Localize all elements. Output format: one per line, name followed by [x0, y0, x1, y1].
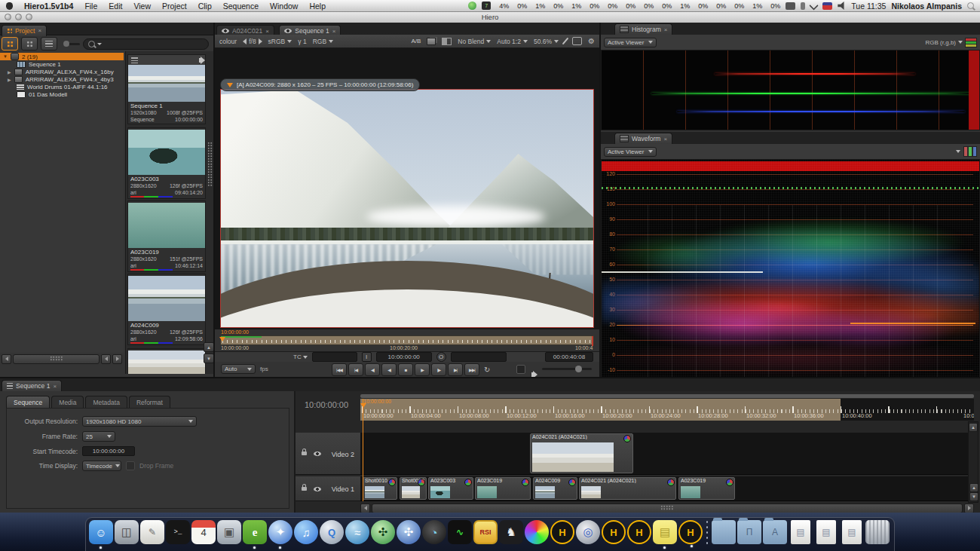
soft-effect-wheel-icon[interactable] [726, 479, 733, 486]
tab-histogram[interactable]: Histogram × [614, 23, 672, 35]
lock-icon[interactable] [302, 487, 307, 491]
scrollbar-handle[interactable] [13, 354, 100, 364]
dock-icon-activity-monitor[interactable]: ∿ [448, 520, 472, 544]
mute-checkbox[interactable] [516, 365, 525, 374]
poster-frame-icon[interactable] [131, 57, 138, 63]
cpu-stat[interactable]: 0% [659, 2, 672, 10]
expand-arrow-icon[interactable]: ▶ [8, 69, 11, 75]
cpu-stat[interactable]: 0% [550, 2, 563, 10]
dock-icon-safari[interactable]: ✦ [268, 520, 292, 544]
menu-clip[interactable]: Clip [198, 2, 212, 11]
cpu-stat[interactable]: 1% [568, 2, 581, 10]
set-out-button[interactable]: O [436, 352, 446, 362]
cpu-stat[interactable]: 1% [677, 2, 690, 10]
dock-icon-hiero-player[interactable]: H [627, 520, 651, 544]
tree-horizontal-scrollbar[interactable] [2, 354, 122, 363]
soft-effect-wheel-icon[interactable] [623, 435, 631, 442]
clip-thumbnail-image[interactable] [128, 276, 205, 321]
timeline-clip-a024c009[interactable]: A024C009 [533, 477, 577, 500]
expand-arrow-icon[interactable]: ▶ [8, 77, 11, 82]
timeline-view-range-bar[interactable] [360, 394, 974, 398]
menu-edit[interactable]: Edit [109, 2, 122, 11]
dock-icon-davinci-resolve[interactable] [525, 520, 549, 544]
dock-icon-folder-library[interactable]: Π [737, 520, 761, 544]
scroll-up-button[interactable]: ▲ [969, 423, 978, 432]
cpu-stat[interactable]: 0% [767, 2, 780, 10]
waveform-source-dropdown[interactable]: Active Viewer [604, 147, 657, 157]
scroll-left-button[interactable] [2, 354, 11, 364]
dock-icon-disk-utility[interactable]: ◫ [115, 520, 139, 544]
tree-row-bin-4by3[interactable]: ▶ ARRIRAW_ALEXA_FW4.x_4by3 [0, 75, 124, 83]
timeline-horizontal-scrollbar[interactable] [360, 504, 974, 513]
dock-icon-rsi-guard[interactable]: RSI [473, 520, 498, 544]
volume-slider[interactable] [542, 368, 592, 370]
tree-row-project-root[interactable]: ▼ 2 (19) [0, 53, 124, 60]
channel-layers-icon[interactable] [965, 38, 977, 47]
soft-effect-wheel-icon[interactable] [388, 479, 396, 486]
scroll-left-button-2[interactable] [101, 354, 111, 364]
channel-selector[interactable]: colour [219, 38, 237, 45]
menu-help[interactable]: Help [309, 2, 326, 11]
tab-sequence-1[interactable]: Sequence 1 × [2, 380, 62, 391]
histogram-mode-dropdown[interactable]: RGB (r,g,b) [926, 38, 977, 47]
clip-thumbnail-image[interactable] [128, 350, 205, 374]
decrease-exposure-icon[interactable] [243, 38, 247, 44]
expand-arrow-icon[interactable]: ▼ [3, 54, 8, 59]
menu-user-name[interactable]: Nikolaos Almpanis [891, 2, 962, 11]
tree-row-audio[interactable]: World Drums 01-AIFF 44.1:16 [0, 83, 124, 90]
close-icon[interactable]: × [265, 28, 269, 35]
dock-icon-finder[interactable]: ☺ [89, 520, 113, 544]
dock-icon-motion[interactable]: ✣ [397, 520, 421, 544]
spotlight-icon[interactable] [967, 2, 974, 9]
dock-icon-terminal[interactable]: >_ [166, 520, 190, 544]
waveform-scope[interactable]: 120 110 100 90 80 70 60 50 40 30 20 10 0… [601, 159, 980, 397]
stack-mode-icon[interactable] [427, 38, 436, 45]
scroll-left-button[interactable] [360, 504, 370, 513]
timeline-clip-shot0020[interactable]: Shot0020 [400, 477, 427, 500]
menu-window[interactable]: Window [270, 2, 298, 11]
colorspace-dropdown[interactable]: sRGB [268, 38, 292, 45]
close-icon[interactable]: × [332, 28, 336, 35]
dock-icon-folder-applications[interactable]: A [763, 520, 787, 544]
color-sample-icon[interactable] [562, 38, 569, 45]
set-in-button[interactable]: I [362, 352, 372, 362]
scroll-up-button-2[interactable]: ▲ [969, 483, 978, 492]
cpu-stat[interactable]: 4% [496, 2, 509, 10]
scroll-up-button[interactable]: ▲ [204, 342, 214, 352]
scroll-down-button[interactable]: ▼ [204, 354, 214, 363]
timeline-clip-a024c021-v1[interactable]: A024C021 (A024C021) [579, 477, 676, 500]
volume-knob[interactable] [575, 366, 582, 372]
goto-in-button[interactable]: |◀◀ [332, 363, 347, 376]
track-header-video-1[interactable]: Video 1 [296, 476, 360, 501]
dock-icon-textedit[interactable]: ✎ [140, 520, 164, 544]
timeline-vertical-scrollbar[interactable]: ▲ ▲ ▼ [968, 421, 978, 503]
step-forward-button[interactable]: |▶ [431, 363, 446, 376]
guides-overlay-icon[interactable] [572, 37, 582, 45]
tc-mode-dropdown[interactable]: TC [293, 354, 308, 360]
dock-icon-evernote[interactable]: e [243, 520, 267, 544]
subtab-reformat[interactable]: Reformat [129, 396, 170, 409]
goto-out-button[interactable]: ▶▶| [464, 363, 479, 376]
cpu-stat[interactable]: 0% [605, 2, 617, 10]
menu-view[interactable]: View [133, 2, 151, 11]
bin-item-a024c009[interactable]: A024C009 2880x1620126f @25FPS ari12:09:5… [127, 274, 206, 345]
bin-item-a023c003[interactable]: A023C003 2880x1620126f @25FPS ari09:40:1… [127, 127, 206, 199]
tc-out-field[interactable] [451, 352, 507, 362]
ab-compare-button[interactable]: A/B [411, 38, 421, 44]
tree-row-sequence[interactable]: Sequence 1 [0, 60, 124, 68]
current-timecode-field[interactable]: 10:00:00:00 [376, 352, 432, 362]
tab-waveform[interactable]: Waveform × [614, 133, 672, 144]
timeline-clip-a023c003[interactable]: A023C003 [428, 477, 473, 500]
dock-icon-itunes[interactable]: ♫ [294, 520, 318, 544]
viewer-scrub-bar[interactable] [220, 335, 594, 345]
scrub-playhead-icon[interactable] [219, 337, 225, 341]
timeline-playhead-marker-icon[interactable] [360, 403, 366, 408]
timeline-clip-shot0010[interactable]: Shot0010 [363, 477, 397, 500]
menu-project[interactable]: Project [162, 2, 187, 11]
play-button[interactable]: ▶ [415, 363, 430, 376]
zoom-dropdown[interactable]: 50.6% [534, 38, 559, 45]
volume-menu-icon[interactable] [838, 2, 846, 10]
dock-icon-hiero[interactable]: H [550, 520, 574, 544]
project-search-input[interactable] [83, 38, 209, 50]
timeline-playhead[interactable] [363, 399, 363, 501]
